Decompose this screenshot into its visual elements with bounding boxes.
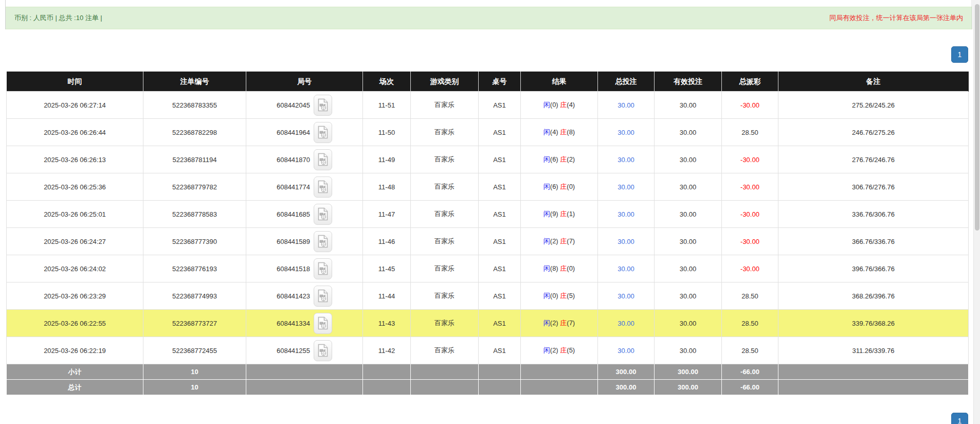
cell-time: 2025-03-26 06:27:14 <box>7 92 143 119</box>
total-bet-link[interactable]: 30.00 <box>618 347 634 355</box>
col-session: 场次 <box>363 72 411 92</box>
cell-round-id: 608441334 <box>246 310 363 337</box>
player-score: (2) <box>550 346 558 354</box>
cell-game-type: 百家乐 <box>411 201 479 228</box>
cell-session: 11-45 <box>363 255 411 282</box>
cell-bet-id: 522368772455 <box>143 337 246 364</box>
cell-result: 闲(2) 庄(7) <box>521 228 598 255</box>
video-replay-button[interactable] <box>314 286 332 307</box>
cell-bet-id: 522368781194 <box>143 146 246 173</box>
cell-bet-id: 522368774993 <box>143 282 246 310</box>
player-label: 闲 <box>543 292 550 299</box>
col-total-bet: 总投注 <box>598 72 655 92</box>
player-score: (0) <box>550 101 558 109</box>
player-score: (8) <box>550 264 558 272</box>
cell-result: 闲(4) 庄(8) <box>521 119 598 146</box>
banker-score: (0) <box>567 183 575 190</box>
cell-time: 2025-03-26 06:23:29 <box>7 282 143 310</box>
cell-bet-id: 522368776193 <box>143 255 246 282</box>
page-1-button[interactable]: 1 <box>951 46 968 63</box>
video-replay-button[interactable] <box>314 204 332 225</box>
bet-records-page: 币别 : 人民币 | 总共 :10 注单 | 同局有效投注，统一计算在该局第一张… <box>0 0 980 424</box>
player-label: 闲 <box>543 346 550 354</box>
total-bet-link[interactable]: 30.00 <box>618 156 634 164</box>
total-bet-link[interactable]: 30.00 <box>618 101 634 109</box>
cell-payout: 28.50 <box>722 337 778 364</box>
player-label: 闲 <box>543 210 550 218</box>
banker-label: 庄 <box>560 128 567 136</box>
cell-session: 11-43 <box>363 310 411 337</box>
video-replay-icon <box>317 207 329 221</box>
total-bet-link[interactable]: 30.00 <box>618 210 634 218</box>
table-row: 2025-03-26 06:26:44 522368782298 6084419… <box>7 119 969 146</box>
total-label: 总计 <box>7 380 143 395</box>
cell-valid-bet: 30.00 <box>655 310 722 337</box>
vertical-scrollbar[interactable] <box>973 0 980 424</box>
subtotal-total-bet: 300.00 <box>598 364 655 380</box>
video-replay-button[interactable] <box>314 340 332 361</box>
cell-round-id: 608441870 <box>246 146 363 173</box>
video-replay-icon <box>317 180 329 193</box>
video-replay-button[interactable] <box>314 258 332 279</box>
total-bet-link[interactable]: 30.00 <box>618 238 634 245</box>
table-row: 2025-03-26 06:26:13 522368781194 6084418… <box>7 146 969 173</box>
player-score: (4) <box>550 128 558 136</box>
video-replay-button[interactable] <box>314 149 332 170</box>
video-replay-button[interactable] <box>314 122 332 143</box>
cell-table-no: AS1 <box>479 119 521 146</box>
cell-payout: -30.00 <box>722 173 778 201</box>
cell-remark: 396.76/366.76 <box>778 255 969 282</box>
cell-session: 11-48 <box>363 173 411 201</box>
cell-game-type: 百家乐 <box>411 255 479 282</box>
total-bet-link[interactable]: 30.00 <box>618 129 634 136</box>
video-replay-button[interactable] <box>314 95 332 116</box>
cell-bet-id: 522368773727 <box>143 310 246 337</box>
player-score: (0) <box>550 292 558 299</box>
cell-round-id: 608441685 <box>246 201 363 228</box>
cell-game-type: 百家乐 <box>411 146 479 173</box>
video-replay-icon <box>317 316 329 330</box>
cell-table-no: AS1 <box>479 173 521 201</box>
cell-session: 11-51 <box>363 92 411 119</box>
cell-session: 11-44 <box>363 282 411 310</box>
player-score: (2) <box>550 237 558 245</box>
cell-bet-id: 522368783355 <box>143 92 246 119</box>
video-replay-button[interactable] <box>314 313 332 334</box>
total-valid-bet: 300.00 <box>655 380 722 395</box>
cell-bet-id: 522368777390 <box>143 228 246 255</box>
pagination-bottom: 1 <box>0 413 980 424</box>
cell-game-type: 百家乐 <box>411 228 479 255</box>
video-replay-icon <box>317 262 329 275</box>
total-bet-link[interactable]: 30.00 <box>618 320 634 327</box>
cell-valid-bet: 30.00 <box>655 228 722 255</box>
player-score: (6) <box>550 155 558 163</box>
banker-label: 庄 <box>560 101 567 109</box>
video-replay-button[interactable] <box>314 176 332 198</box>
video-replay-icon <box>317 289 329 303</box>
banker-label: 庄 <box>560 183 567 190</box>
cell-valid-bet: 30.00 <box>655 92 722 119</box>
cell-remark: 276.76/246.76 <box>778 146 969 173</box>
cell-result: 闲(2) 庄(5) <box>521 337 598 364</box>
total-bet-link[interactable]: 30.00 <box>618 292 634 300</box>
summary-alert-bar: 币别 : 人民币 | 总共 :10 注单 | 同局有效投注，统一计算在该局第一张… <box>6 7 972 29</box>
scrollbar-thumb[interactable] <box>975 4 979 231</box>
banker-label: 庄 <box>560 346 567 354</box>
col-round-id: 局号 <box>246 72 363 92</box>
player-label: 闲 <box>543 155 550 163</box>
table-row: 2025-03-26 06:23:29 522368774993 6084414… <box>7 282 969 310</box>
same-round-notice-text: 同局有效投注，统一计算在该局第一张注单内 <box>829 13 963 23</box>
col-remark: 备注 <box>778 72 969 92</box>
total-bet-link[interactable]: 30.00 <box>618 265 634 273</box>
table-row: 2025-03-26 06:25:01 522368778583 6084416… <box>7 201 969 228</box>
page-1-button-bottom[interactable]: 1 <box>951 413 968 424</box>
cell-round-id: 608441255 <box>246 337 363 364</box>
total-bet-link[interactable]: 30.00 <box>618 183 634 191</box>
video-replay-button[interactable] <box>314 231 332 252</box>
cell-payout: 28.50 <box>722 119 778 146</box>
cell-game-type: 百家乐 <box>411 173 479 201</box>
player-label: 闲 <box>543 128 550 136</box>
col-bet-id: 注单编号 <box>143 72 246 92</box>
cell-table-no: AS1 <box>479 337 521 364</box>
banker-score: (4) <box>567 101 575 109</box>
